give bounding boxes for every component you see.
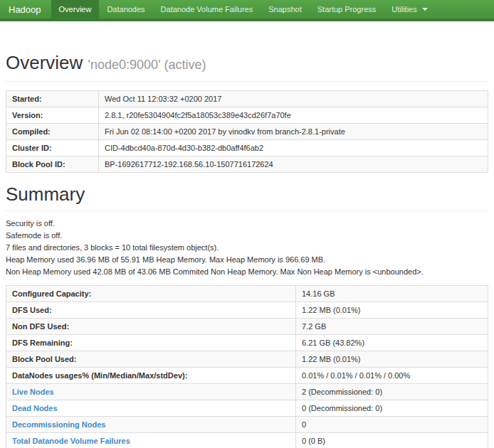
- tab-snapshot-label: Snapshot: [268, 5, 301, 14]
- row-value: 1.22 MB (0.01%): [296, 302, 488, 319]
- table-row: Block Pool ID: BP-1692617712-192.168.56.…: [6, 156, 488, 173]
- row-label: Dead Nodes: [6, 400, 296, 417]
- tab-overview-label: Overview: [59, 5, 92, 14]
- safemode-status: Safemode is off.: [6, 232, 488, 240]
- row-value: 2.8.1, r20fe5304904fc2f5a18053c389e43cd2…: [99, 107, 488, 124]
- heap-memory-status: Heap Memory used 36.96 MB of 55.91 MB He…: [6, 256, 488, 264]
- table-row: DFS Used: 1.22 MB (0.01%): [6, 302, 488, 319]
- table-row: Decommissioning Nodes 0: [6, 417, 488, 433]
- row-value: 0 (Decommissioned: 0): [296, 400, 488, 417]
- security-status: Security is off.: [6, 220, 488, 228]
- row-label: Compiled:: [6, 124, 99, 140]
- table-row: Started: Wed Oct 11 12:03:32 +0200 2017: [6, 91, 488, 107]
- table-row: Version: 2.8.1, r20fe5304904fc2f5a18053c…: [6, 107, 488, 124]
- tab-snapshot[interactable]: Snapshot: [261, 0, 309, 18]
- tab-datanodes[interactable]: Datanodes: [99, 0, 152, 18]
- row-label: DFS Remaining:: [6, 335, 296, 351]
- tab-datanode-volume-failures[interactable]: Datanode Volume Failures: [153, 0, 261, 18]
- row-value: 1.22 MB (0.01%): [296, 351, 488, 368]
- row-label: DFS Used:: [6, 302, 296, 319]
- row-value: 0: [296, 417, 488, 433]
- row-label: Total Datanode Volume Failures: [6, 433, 296, 448]
- row-label: Started:: [6, 91, 99, 107]
- table-row: Non DFS Used: 7.2 GB: [6, 319, 488, 335]
- summary-title: Summary: [6, 184, 488, 204]
- divider: [6, 81, 488, 82]
- row-label: Decommissioning Nodes: [6, 417, 296, 433]
- brand-hadoop[interactable]: Hadoop: [0, 0, 51, 18]
- total-datanode-volume-failures-link[interactable]: Total Datanode Volume Failures: [12, 437, 130, 445]
- page-title: Overview 'node0:9000' (active): [6, 53, 488, 75]
- table-row: DFS Remaining: 6.21 GB (43.82%): [6, 335, 488, 351]
- table-row: Live Nodes 2 (Decommissioned: 0): [6, 384, 488, 400]
- table-row: Block Pool Used: 1.22 MB (0.01%): [6, 351, 488, 368]
- row-label: Version:: [6, 107, 99, 124]
- divider: [6, 210, 488, 211]
- tab-utilities-dropdown[interactable]: Utilities: [384, 0, 435, 18]
- row-label: DataNodes usages% (Min/Median/Max/stdDev…: [6, 368, 296, 384]
- row-value: 0 (0 B): [296, 433, 488, 448]
- row-value: 0.01% / 0.01% / 0.01% / 0.00%: [296, 368, 488, 384]
- tab-datanode-volume-failures-label: Datanode Volume Failures: [161, 5, 253, 14]
- row-value: 14.16 GB: [296, 286, 488, 302]
- table-row: Cluster ID: CID-4dbcd40a-870d-4d30-b382-…: [6, 140, 488, 156]
- row-value: BP-1692617712-192.168.56.10-150771617262…: [99, 156, 488, 173]
- page-content: Overview 'node0:9000' (active) Started: …: [0, 53, 494, 448]
- row-label: Configured Capacity:: [6, 286, 296, 302]
- row-label: Block Pool Used:: [6, 351, 296, 368]
- row-value: CID-4dbcd40a-870d-4d30-b382-db0aff4f6ab2: [99, 140, 488, 156]
- row-label: Cluster ID:: [6, 140, 99, 156]
- row-label: Live Nodes: [6, 384, 296, 400]
- table-row: DataNodes usages% (Min/Median/Max/stdDev…: [6, 368, 488, 384]
- filesystem-objects-status: 7 files and directories, 3 blocks = 10 t…: [6, 244, 488, 252]
- tab-overview[interactable]: Overview: [51, 0, 100, 18]
- table-row: Total Datanode Volume Failures 0 (0 B): [6, 433, 488, 448]
- namenode-address-label: 'node0:9000' (active): [88, 58, 206, 72]
- table-row: Compiled: Fri Jun 02 08:14:00 +0200 2017…: [6, 124, 488, 140]
- tab-startup-progress[interactable]: Startup Progress: [310, 0, 384, 18]
- summary-table: Configured Capacity: 14.16 GB DFS Used: …: [6, 285, 488, 448]
- row-label: Block Pool ID:: [6, 156, 99, 173]
- overview-table: Started: Wed Oct 11 12:03:32 +0200 2017 …: [6, 90, 488, 173]
- dead-nodes-link[interactable]: Dead Nodes: [12, 404, 58, 412]
- navbar: Hadoop Overview Datanodes Datanode Volum…: [0, 0, 494, 21]
- row-value: 2 (Decommissioned: 0): [296, 384, 488, 400]
- row-value: Fri Jun 02 08:14:00 +0200 2017 by vinodk…: [99, 124, 488, 140]
- tab-startup-progress-label: Startup Progress: [317, 5, 377, 14]
- decommissioning-nodes-link[interactable]: Decommissioning Nodes: [12, 420, 105, 429]
- caret-down-icon: [422, 8, 428, 11]
- tab-utilities-label: Utilities: [391, 5, 416, 14]
- row-label: Non DFS Used:: [6, 319, 296, 335]
- live-nodes-link[interactable]: Live Nodes: [12, 388, 54, 396]
- table-row: Configured Capacity: 14.16 GB: [6, 286, 488, 302]
- table-row: Dead Nodes 0 (Decommissioned: 0): [6, 400, 488, 417]
- row-value: 6.21 GB (43.82%): [296, 335, 488, 351]
- non-heap-memory-status: Non Heap Memory used 42.08 MB of 43.06 M…: [6, 268, 488, 276]
- row-value: Wed Oct 11 12:03:32 +0200 2017: [99, 91, 488, 107]
- row-value: 7.2 GB: [296, 319, 488, 335]
- overview-title-text: Overview: [6, 52, 83, 73]
- tab-datanodes-label: Datanodes: [107, 5, 144, 14]
- summary-text: Security is off. Safemode is off. 7 file…: [6, 220, 488, 276]
